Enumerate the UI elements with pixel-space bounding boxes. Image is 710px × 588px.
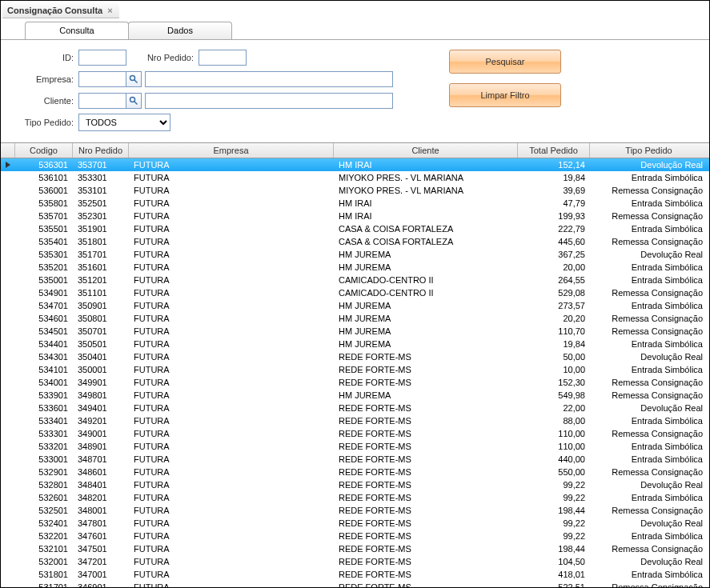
table-row[interactable]: 534101350001FUTURAREDE FORTE-MS10,00Entr…: [1, 363, 709, 376]
col-codigo[interactable]: Codigo: [15, 143, 73, 158]
cliente-code-input[interactable]: [78, 93, 126, 109]
id-input[interactable]: [78, 50, 126, 66]
table-row[interactable]: 531701346901FUTURAREDE FORTE-MS522,51Rem…: [1, 581, 709, 588]
tabs: Consulta Dados: [25, 22, 709, 39]
cell-tipo: Entrada Simbólica: [590, 261, 708, 274]
empresa-lookup-button[interactable]: [126, 71, 142, 87]
cell-cliente: REDE FORTE-MS: [334, 363, 518, 376]
close-icon[interactable]: ×: [107, 6, 112, 15]
table-row[interactable]: 533601349401FUTURAREDE FORTE-MS22,00Devo…: [1, 402, 709, 414]
cell-tipo: Devolução Real: [590, 478, 708, 491]
current-row-icon: [4, 161, 12, 169]
cell-empresa: FUTURA: [129, 158, 334, 171]
cell-nro: 352501: [73, 197, 129, 210]
cell-codigo: 532201: [15, 530, 73, 542]
cell-tipo: Entrada Simbólica: [590, 274, 708, 286]
cell-cliente: HM IRAI: [334, 197, 518, 210]
table-row[interactable]: 534401350501FUTURAHM JUREMA19,84Entrada …: [1, 338, 709, 350]
col-total-pedido[interactable]: Total Pedido: [518, 143, 590, 158]
empresa-label: Empresa:: [10, 74, 78, 84]
row-indicator: [1, 427, 15, 440]
limpar-filtro-button[interactable]: Limpar Filtro: [449, 83, 561, 107]
table-row[interactable]: 533001348701FUTURAREDE FORTE-MS440,00Ent…: [1, 453, 709, 466]
table-row[interactable]: 532201347601FUTURAREDE FORTE-MS99,22Entr…: [1, 530, 709, 542]
cell-nro: 349201: [73, 414, 129, 427]
table-row[interactable]: 535301351701FUTURAHM JUREMA367,25Devoluç…: [1, 248, 709, 261]
table-row[interactable]: 534301350401FUTURAREDE FORTE-MS50,00Devo…: [1, 350, 709, 363]
pesquisar-button[interactable]: Pesquisar: [449, 50, 561, 74]
cell-nro: 348601: [73, 466, 129, 478]
table-row[interactable]: 532101347501FUTURAREDE FORTE-MS198,44Rem…: [1, 542, 709, 555]
cell-codigo: 532501: [15, 504, 73, 517]
cell-cliente: REDE FORTE-MS: [334, 517, 518, 530]
cell-empresa: FUTURA: [129, 568, 334, 581]
table-row[interactable]: 535401351801FUTURACASA & COISA FORTALEZA…: [1, 235, 709, 248]
table-row[interactable]: 533401349201FUTURAREDE FORTE-MS88,00Entr…: [1, 414, 709, 427]
col-empresa[interactable]: Empresa: [129, 143, 334, 158]
table-row[interactable]: 534901351101FUTURACAMICADO-CENTRO II529,…: [1, 286, 709, 299]
table-row[interactable]: 533901349801FUTURAHM JUREMA549,98Remessa…: [1, 389, 709, 402]
table-row[interactable]: 533301349001FUTURAREDE FORTE-MS110,00Rem…: [1, 427, 709, 440]
cell-codigo: 532801: [15, 478, 73, 491]
table-row[interactable]: 535001351201FUTURACAMICADO-CENTRO II264,…: [1, 274, 709, 286]
row-indicator: [1, 466, 15, 478]
cell-total: 367,25: [518, 248, 590, 261]
empresa-code-input[interactable]: [78, 71, 126, 87]
cell-empresa: FUTURA: [129, 440, 334, 453]
col-nro-pedido[interactable]: Nro Pedido: [73, 143, 129, 158]
table-row[interactable]: 532001347201FUTURAREDE FORTE-MS104,50Dev…: [1, 555, 709, 568]
cell-nro: 351101: [73, 286, 129, 299]
table-row[interactable]: 532801348401FUTURAREDE FORTE-MS99,22Devo…: [1, 478, 709, 491]
cell-cliente: REDE FORTE-MS: [334, 427, 518, 440]
cell-codigo: 535401: [15, 235, 73, 248]
cell-codigo: 534301: [15, 350, 73, 363]
cell-empresa: FUTURA: [129, 261, 334, 274]
table-row[interactable]: 533201348901FUTURAREDE FORTE-MS110,00Ent…: [1, 440, 709, 453]
svg-point-2: [130, 97, 135, 102]
table-row[interactable]: 535801352501FUTURAHM IRAI47,79Entrada Si…: [1, 197, 709, 210]
col-cliente[interactable]: Cliente: [334, 143, 518, 158]
cell-total: 19,84: [518, 171, 590, 184]
cliente-name-input[interactable]: [145, 93, 393, 109]
cell-nro: 353101: [73, 184, 129, 197]
cell-total: 549,98: [518, 389, 590, 402]
table-row[interactable]: 534701350901FUTURAHM JUREMA273,57Entrada…: [1, 299, 709, 312]
table-row[interactable]: 534501350701FUTURAHM JUREMA110,70Remessa…: [1, 325, 709, 338]
row-indicator: [1, 235, 15, 248]
tab-dados[interactable]: Dados: [128, 22, 232, 39]
table-row[interactable]: 534601350801FUTURAHM JUREMA20,20Remessa …: [1, 312, 709, 325]
cliente-lookup-button[interactable]: [126, 93, 142, 109]
table-row[interactable]: 532401347801FUTURAREDE FORTE-MS99,22Devo…: [1, 517, 709, 530]
cell-total: 39,69: [518, 184, 590, 197]
cell-empresa: FUTURA: [129, 210, 334, 222]
table-row[interactable]: 534001349901FUTURAREDE FORTE-MS152,30Rem…: [1, 376, 709, 389]
table-row[interactable]: 531801347001FUTURAREDE FORTE-MS418,01Ent…: [1, 568, 709, 581]
grid-body[interactable]: 536301353701FUTURAHM IRAI152,14Devolução…: [1, 158, 709, 588]
table-row[interactable]: 536101353301FUTURAMIYOKO PRES. - VL MARI…: [1, 171, 709, 184]
cell-codigo: 535001: [15, 274, 73, 286]
cell-cliente: REDE FORTE-MS: [334, 555, 518, 568]
cell-codigo: 534701: [15, 299, 73, 312]
table-row[interactable]: 535701352301FUTURAHM IRAI199,93Remessa C…: [1, 210, 709, 222]
cell-cliente: HM JUREMA: [334, 261, 518, 274]
table-row[interactable]: 532501348001FUTURAREDE FORTE-MS198,44Rem…: [1, 504, 709, 517]
table-row[interactable]: 532901348601FUTURAREDE FORTE-MS550,00Rem…: [1, 466, 709, 478]
table-row[interactable]: 535201351601FUTURAHM JUREMA20,00Entrada …: [1, 261, 709, 274]
cell-empresa: FUTURA: [129, 517, 334, 530]
table-row[interactable]: 535501351901FUTURACASA & COISA FORTALEZA…: [1, 222, 709, 235]
tab-consulta[interactable]: Consulta: [25, 22, 129, 39]
tipo-pedido-select[interactable]: TODOS: [78, 114, 170, 131]
cell-codigo: 534901: [15, 286, 73, 299]
cell-total: 99,22: [518, 491, 590, 504]
table-row[interactable]: 532601348201FUTURAREDE FORTE-MS99,22Entr…: [1, 491, 709, 504]
table-row[interactable]: 536001353101FUTURAMIYOKO PRES. - VL MARI…: [1, 184, 709, 197]
nro-pedido-input[interactable]: [199, 50, 247, 66]
empresa-name-input[interactable]: [145, 71, 393, 87]
cell-total: 22,00: [518, 402, 590, 414]
cell-tipo: Entrada Simbólica: [590, 299, 708, 312]
col-tipo-pedido[interactable]: Tipo Pedido: [590, 143, 708, 158]
cell-total: 99,22: [518, 530, 590, 542]
cell-total: 99,22: [518, 517, 590, 530]
table-row[interactable]: 536301353701FUTURAHM IRAI152,14Devolução…: [1, 158, 709, 171]
cell-nro: 351901: [73, 222, 129, 235]
